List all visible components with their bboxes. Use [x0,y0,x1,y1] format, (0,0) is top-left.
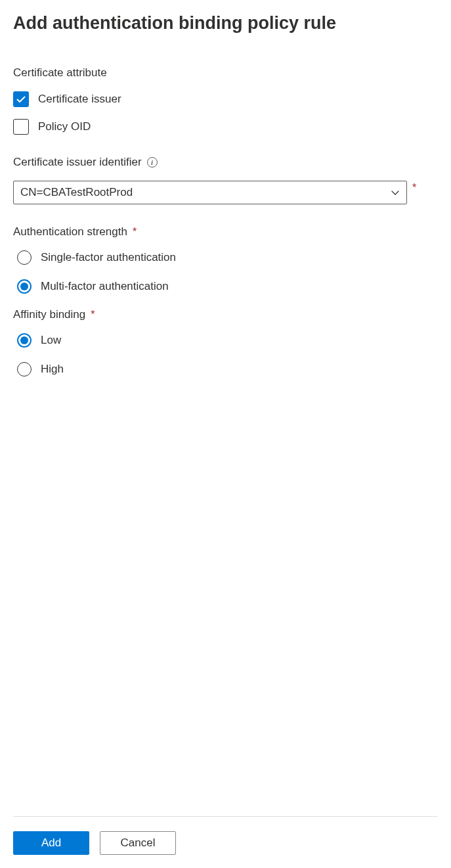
issuer-id-label: Certificate issuer identifier i [13,156,438,169]
radio-unselected-icon[interactable] [17,250,32,265]
footer: Add Cancel [13,816,438,855]
issuer-id-value: CN=CBATestRootProd [20,186,133,199]
radio-unselected-icon[interactable] [17,362,32,377]
issuer-id-dropdown[interactable]: CN=CBATestRootProd [13,181,407,204]
divider [13,816,438,817]
checkbox-policy-oid-label: Policy OID [38,120,91,133]
checkbox-unchecked-icon[interactable] [13,119,29,135]
radio-selected-icon[interactable] [17,333,32,348]
checkbox-checked-icon[interactable] [13,91,29,107]
checkbox-cert-issuer-row[interactable]: Certificate issuer [13,91,438,107]
radio-low-row[interactable]: Low [13,333,438,348]
radio-multi-factor-label: Multi-factor authentication [41,280,169,293]
issuer-id-label-text: Certificate issuer identifier [13,156,142,169]
info-icon[interactable]: i [147,157,158,168]
affinity-label: Affinity binding [13,308,438,321]
auth-strength-label: Authentication strength [13,225,438,239]
radio-single-factor-row[interactable]: Single-factor authentication [13,250,438,265]
radio-selected-icon[interactable] [17,279,32,294]
radio-low-label: Low [41,334,61,347]
checkbox-policy-oid-row[interactable]: Policy OID [13,119,438,135]
cancel-button[interactable]: Cancel [100,831,176,855]
radio-high-row[interactable]: High [13,362,438,377]
radio-single-factor-label: Single-factor authentication [41,251,176,264]
checkbox-cert-issuer-label: Certificate issuer [38,93,121,106]
add-button[interactable]: Add [13,831,89,855]
cert-attr-label: Certificate attribute [13,66,438,80]
page-title: Add authentication binding policy rule [13,13,438,34]
radio-multi-factor-row[interactable]: Multi-factor authentication [13,279,438,294]
radio-high-label: High [41,363,64,376]
required-marker: * [412,182,416,194]
chevron-down-icon [391,188,400,197]
